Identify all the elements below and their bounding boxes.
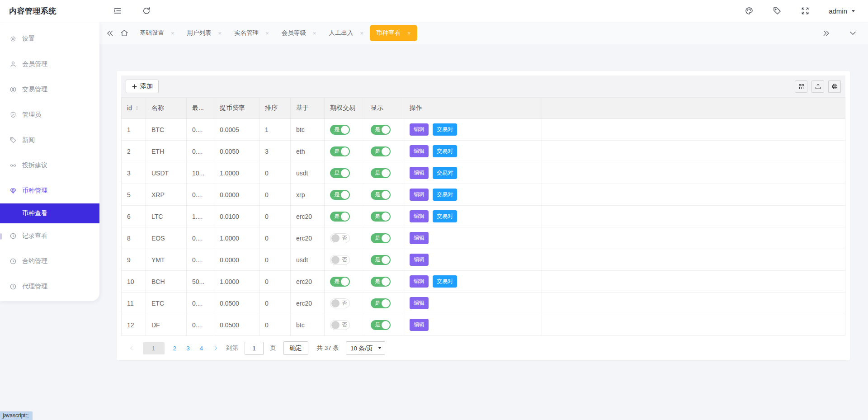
column-header-label: 显示 [371, 104, 383, 112]
sidebar-item-9[interactable]: 记录查看 [0, 223, 99, 249]
sidebar-item-2[interactable]: 会员管理 [0, 52, 99, 77]
next-page-icon[interactable] [212, 345, 219, 351]
trading-pair-button[interactable]: 交易对 [433, 167, 457, 179]
edit-button[interactable]: 编辑 [410, 232, 429, 244]
column-header: 提币费率 [214, 98, 259, 119]
trading-pair-button[interactable]: 交易对 [433, 210, 457, 222]
confirm-page-button[interactable]: 确定 [283, 341, 308, 355]
sidebar-item-4[interactable]: 管理员 [0, 102, 99, 127]
sidebar-scrollbar-thumb[interactable] [0, 233, 2, 240]
sort-icon[interactable] [134, 105, 140, 111]
tag-icon[interactable] [773, 6, 782, 15]
trading-pair-button[interactable]: 交易对 [433, 123, 457, 136]
theme-palette-icon[interactable] [745, 6, 754, 15]
filter-columns-button[interactable] [795, 80, 807, 93]
collapse-menu-icon[interactable] [113, 6, 122, 15]
cell-option-trade: 是 [325, 184, 365, 206]
sidebar-item-5[interactable]: 新闻 [0, 127, 99, 153]
tab-item-3[interactable]: 实名管理× [228, 25, 275, 41]
edit-button[interactable]: 编辑 [410, 145, 429, 157]
toggle-on[interactable]: 是 [330, 212, 350, 222]
tab-item-5[interactable]: 人工出入× [322, 25, 370, 41]
page-size-select[interactable]: 10 条/页 [346, 341, 385, 355]
prev-page-icon[interactable] [128, 345, 135, 351]
trading-pair-button[interactable]: 交易对 [433, 189, 457, 201]
cell-actions: 编辑交易对 [404, 119, 542, 141]
edit-button[interactable]: 编辑 [410, 123, 429, 136]
page-number[interactable]: 2 [173, 345, 177, 352]
edit-button[interactable]: 编辑 [410, 210, 429, 222]
toggle-on[interactable]: 是 [371, 298, 391, 308]
page-number[interactable]: 3 [186, 345, 190, 352]
tab-label: 基础设置 [140, 29, 164, 37]
toggle-knob [382, 256, 390, 264]
edit-button[interactable]: 编辑 [410, 189, 429, 201]
home-tab-icon[interactable] [120, 28, 129, 38]
sidebar-item-1[interactable]: 设置 [0, 26, 99, 52]
toggle-on[interactable]: 是 [371, 146, 391, 156]
edit-button[interactable]: 编辑 [410, 275, 429, 288]
tab-item-4[interactable]: 会员等级× [275, 25, 323, 41]
tab-close-icon[interactable]: × [360, 30, 363, 36]
toggle-on[interactable]: 是 [330, 146, 350, 156]
caret-down-icon [850, 8, 856, 14]
toggle-on[interactable]: 是 [330, 168, 350, 178]
toggle-off[interactable]: 否 [330, 233, 350, 243]
toggle-on[interactable]: 是 [371, 125, 391, 135]
fullscreen-icon[interactable] [801, 6, 810, 15]
toggle-off[interactable]: 否 [330, 298, 350, 308]
sidebar-item-11[interactable]: 代理管理 [0, 274, 99, 299]
cell-option-trade: 否 [325, 293, 365, 314]
sidebar-item-3[interactable]: 交易管理 [0, 77, 99, 102]
sidebar-item-8[interactable]: 币种查看 [0, 203, 99, 223]
toggle-on[interactable]: 是 [371, 277, 391, 287]
page-suffix-label: 页 [270, 344, 276, 352]
print-button[interactable] [828, 80, 841, 93]
page-number-current[interactable]: 1 [143, 342, 165, 354]
edit-button[interactable]: 编辑 [410, 297, 429, 309]
toggle-on[interactable]: 是 [371, 320, 391, 330]
add-button[interactable]: 添加 [126, 80, 159, 93]
toggle-on[interactable]: 是 [371, 255, 391, 265]
tab-close-icon[interactable]: × [171, 30, 175, 36]
tab-close-icon[interactable]: × [313, 30, 316, 36]
export-button[interactable] [811, 80, 824, 93]
tab-item-6[interactable]: 币种查看× [370, 25, 417, 41]
tabs-scroll-left-icon[interactable] [106, 29, 114, 38]
sidebar-item-6[interactable]: 投拆建议 [0, 153, 99, 178]
edit-button[interactable]: 编辑 [410, 167, 429, 179]
table-row: 10BCH50...1.00000erc20是是编辑交易对 [122, 271, 845, 293]
sidebar-item-label: 币种查看 [22, 209, 47, 217]
trading-pair-button[interactable]: 交易对 [433, 275, 457, 288]
tab-close-icon[interactable]: × [218, 30, 222, 36]
sidebar-item-10[interactable]: 合约管理 [0, 249, 99, 274]
toggle-on[interactable]: 是 [371, 190, 391, 200]
toggle-knob [382, 299, 390, 307]
tabs-scroll-right-icon[interactable] [822, 29, 830, 38]
refresh-icon[interactable] [142, 6, 151, 15]
page-number[interactable]: 4 [200, 345, 203, 352]
edit-button[interactable]: 编辑 [410, 319, 429, 331]
column-header-label: 期权交易 [330, 104, 355, 112]
toggle-off[interactable]: 否 [330, 255, 350, 265]
edit-button[interactable]: 编辑 [410, 254, 429, 266]
toggle-on[interactable]: 是 [371, 212, 391, 222]
toggle-on[interactable]: 是 [330, 190, 350, 200]
tab-close-icon[interactable]: × [265, 30, 269, 36]
tab-item-1[interactable]: 基础设置× [133, 25, 181, 41]
cell-actions: 编辑 [404, 227, 542, 249]
sidebar-item-7[interactable]: 币种管理 [0, 178, 99, 203]
toggle-on[interactable]: 是 [330, 277, 350, 287]
toggle-label: 是 [334, 191, 340, 198]
tab-item-2[interactable]: 用户列表× [181, 25, 228, 41]
user-menu[interactable]: admin [829, 7, 856, 15]
tabs-menu-icon[interactable] [849, 29, 857, 38]
toggle-on[interactable]: 是 [371, 233, 391, 243]
toggle-off[interactable]: 否 [330, 320, 350, 330]
trading-pair-button[interactable]: 交易对 [433, 145, 457, 157]
goto-page-input[interactable] [245, 342, 264, 355]
cell-base: usdt [291, 249, 325, 271]
toggle-on[interactable]: 是 [330, 125, 350, 135]
tab-close-icon[interactable]: × [407, 30, 411, 36]
toggle-on[interactable]: 是 [371, 168, 391, 178]
